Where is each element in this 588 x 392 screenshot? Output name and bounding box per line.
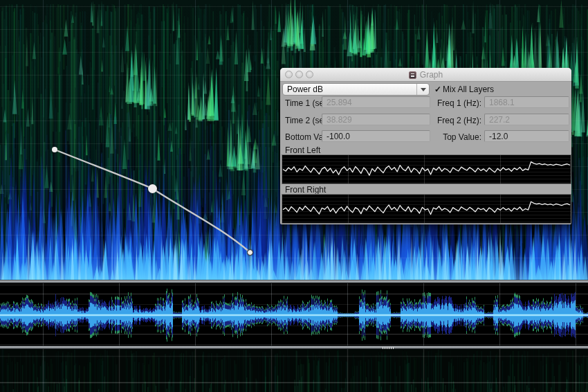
graph-window-icon <box>409 71 416 79</box>
graph-panel: Graph Power dB ✓ Mix All Layers Time 1 (… <box>280 68 571 224</box>
freq2-field: 227.2 <box>484 114 569 125</box>
time1-field: 25.894 <box>322 96 430 108</box>
dropdown-arrow-icon <box>416 84 429 95</box>
freq1-field: 1868.1 <box>484 96 569 108</box>
curve-control-point-3[interactable] <box>247 249 253 256</box>
graph-panel-titlebar[interactable]: Graph <box>280 68 571 82</box>
freq1-label: Freq 1 (Hz): <box>425 98 481 108</box>
time2-field: 38.829 <box>322 114 430 125</box>
top-value-field[interactable]: -12.0 <box>484 130 569 142</box>
top-value-label: Top Value: <box>425 132 481 142</box>
front-right-plot <box>282 194 571 224</box>
freq2-label: Freq 2 (Hz): <box>425 116 481 125</box>
waveform-view[interactable] <box>0 283 588 346</box>
timeline-strip[interactable] <box>0 349 588 392</box>
checkmark-icon: ✓ <box>434 84 441 94</box>
window-title: Graph <box>420 70 443 80</box>
mix-all-layers-label: Mix All Layers <box>443 84 494 94</box>
front-left-label: Front Left <box>285 145 320 155</box>
audio-editor-window: Graph Power dB ✓ Mix All Layers Time 1 (… <box>0 0 588 392</box>
bottom-value-field[interactable]: -100.0 <box>322 130 430 142</box>
front-left-plot <box>282 154 571 184</box>
graph-mode-value: Power dB <box>283 84 416 94</box>
curve-control-point-1[interactable] <box>52 147 57 152</box>
curve-control-point-2[interactable] <box>148 184 157 193</box>
mix-all-layers-checkbox[interactable]: ✓ Mix All Layers <box>434 84 494 94</box>
graph-mode-dropdown[interactable]: Power dB <box>282 83 430 96</box>
front-right-label: Front Right <box>285 185 326 195</box>
